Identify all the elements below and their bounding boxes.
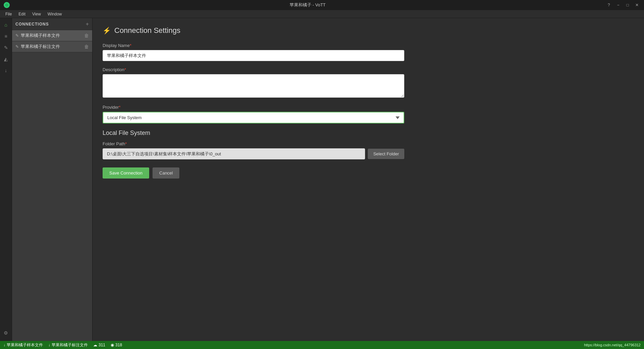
statusbar-download-icon-2: ↓ [48,343,50,347]
provider-group: Provider* Local File System Azure Blob S… [103,105,634,123]
sidebar-title: CONNECTIONS [15,22,49,27]
menu-window[interactable]: Window [44,11,65,17]
nav-tag-button[interactable]: ✎ [1,42,11,53]
statusbar-annotation-file: ↓ 苹果和橘子标注文件 [48,342,88,348]
window-title: 苹果和橘子 - VoTT [10,2,605,8]
statusbar-download-icon-1: ↓ [3,343,5,347]
icon-bar: ⌂ ≡ ✎ ◭ ↓ ⚙ [0,18,12,341]
section-title: Local File System [103,130,634,137]
display-name-group: Display Name* [103,43,634,61]
statusbar-annotation-label: 苹果和橘子标注文件 [52,342,88,348]
sidebar-header: CONNECTIONS + [12,18,92,30]
sidebar-item-label-1: 苹果和橘子标注文件 [21,44,84,50]
folder-path-group: Folder Path* Select Folder [103,141,634,159]
sidebar-item-0[interactable]: ✎ 苹果和橘子样本文件 🗑 [12,30,92,41]
folder-path-row: Select Folder [103,148,404,159]
folder-path-input[interactable] [103,148,365,159]
statusbar-url: https://blog.csdn.net/qq_44796312 [584,343,641,347]
titlebar: 苹果和橘子 - VoTT ? − □ ✕ [0,0,644,10]
sidebar-item-icon-0: ✎ [15,33,19,38]
provider-select[interactable]: Local File System Azure Blob Storage Bin… [103,112,404,123]
btn-row: Save Connection Cancel [103,167,634,179]
nav-export-button[interactable]: ↓ [1,65,11,76]
sidebar-item-delete-1[interactable]: 🗑 [84,44,89,49]
menu-file[interactable]: File [2,11,15,17]
statusbar-count1: ☁ 311 [93,343,105,347]
sidebar-item-1[interactable]: ✎ 苹果和橘子标注文件 🗑 [12,41,92,52]
minimize-button[interactable]: − [614,1,622,9]
cancel-button[interactable]: Cancel [153,167,179,179]
app-logo [3,2,10,8]
description-label: Description* [103,67,634,72]
description-group: Description* [103,67,634,99]
menubar: File Edit View Window [0,10,644,18]
statusbar-sample-file: ↓ 苹果和橘子样本文件 [3,342,43,348]
sidebar: CONNECTIONS + ✎ 苹果和橘子样本文件 🗑 ✎ 苹果和橘子标注文件 … [12,18,93,341]
svg-point-1 [5,3,8,7]
statusbar-count1-value: 311 [99,343,105,347]
display-name-label: Display Name* [103,43,634,48]
window-controls: ? − □ ✕ [605,1,641,9]
statusbar-left: ↓ 苹果和橘子样本文件 ↓ 苹果和橘子标注文件 ☁ 311 ◉ 318 [3,342,122,348]
menu-view[interactable]: View [29,11,44,17]
page-title-icon: ⚡ [103,27,111,35]
help-button[interactable]: ? [605,1,612,9]
statusbar-cloud-icon: ☁ [93,343,97,347]
page-title: ⚡ Connection Settings [103,26,634,35]
sidebar-item-delete-0[interactable]: 🗑 [84,33,89,38]
app-body: ⌂ ≡ ✎ ◭ ↓ ⚙ CONNECTIONS + ✎ 苹果和橘子样本文件 🗑 … [0,18,644,341]
statusbar-count2-value: 318 [115,343,122,347]
folder-path-label: Folder Path* [103,141,634,146]
provider-label: Provider* [103,105,634,110]
nav-train-button[interactable]: ◭ [1,54,11,64]
description-textarea[interactable] [103,74,404,98]
statusbar: ↓ 苹果和橘子样本文件 ↓ 苹果和橘子标注文件 ☁ 311 ◉ 318 http… [0,341,644,349]
nav-home-button[interactable]: ⌂ [1,19,11,30]
display-name-input[interactable] [103,50,404,61]
nav-settings-button[interactable]: ≡ [1,31,11,42]
close-button[interactable]: ✕ [633,1,641,9]
main-content: ⚡ Connection Settings Display Name* Desc… [93,18,644,341]
sidebar-item-icon-1: ✎ [15,44,19,49]
page-title-text: Connection Settings [114,26,180,35]
nav-gear-button[interactable]: ⚙ [1,328,11,338]
sidebar-item-label-0: 苹果和橘子样本文件 [21,33,84,39]
sidebar-add-button[interactable]: + [86,21,89,27]
save-connection-button[interactable]: Save Connection [103,167,149,179]
statusbar-circle-icon: ◉ [111,343,114,347]
menu-edit[interactable]: Edit [15,11,29,17]
maximize-button[interactable]: □ [624,1,631,9]
statusbar-sample-label: 苹果和橘子样本文件 [7,342,43,348]
statusbar-count2: ◉ 318 [111,343,122,347]
select-folder-button[interactable]: Select Folder [368,149,404,159]
